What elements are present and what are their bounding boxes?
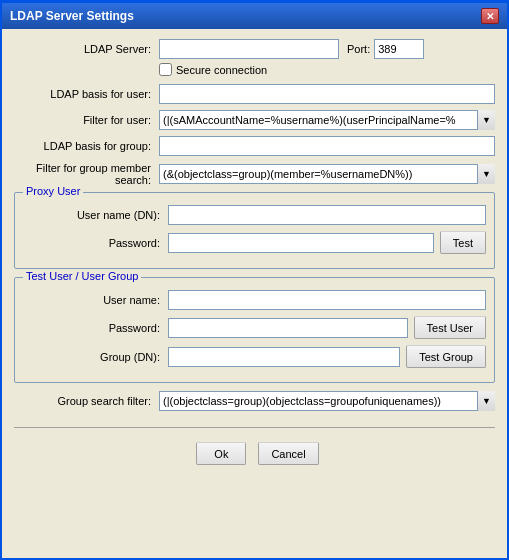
proxy-test-button[interactable]: Test [440, 231, 486, 254]
test-password-label: Password: [23, 322, 168, 334]
filter-group-select-wrapper: (&(objectclass=group)(member=%usernameDN… [159, 164, 495, 184]
close-button[interactable]: ✕ [481, 8, 499, 24]
ldap-basis-user-row: LDAP basis for user: [14, 84, 495, 104]
proxy-password-input[interactable] [168, 233, 434, 253]
test-password-row: Password: Test User [23, 316, 486, 339]
test-group-button[interactable]: Test Group [406, 345, 486, 368]
title-bar: LDAP Server Settings ✕ [2, 3, 507, 29]
group-search-row: Group search filter: (|(objectclass=grou… [14, 391, 495, 411]
filter-user-row: Filter for user: (|(sAMAccountName=%user… [14, 110, 495, 130]
filter-user-select-wrapper: (|(sAMAccountName=%username%)(userPrinci… [159, 110, 495, 130]
separator [14, 427, 495, 428]
filter-group-select[interactable]: (&(objectclass=group)(member=%usernameDN… [159, 164, 495, 184]
ldap-server-input[interactable] [159, 39, 339, 59]
filter-user-select[interactable]: (|(sAMAccountName=%username%)(userPrinci… [159, 110, 495, 130]
filter-group-label: Filter for group member search: [14, 162, 159, 186]
test-user-group-content: User name: Password: Test User Group (DN… [23, 290, 486, 368]
filter-group-row: Filter for group member search: (&(objec… [14, 162, 495, 186]
ldap-server-label: LDAP Server: [14, 43, 159, 55]
test-username-label: User name: [23, 294, 168, 306]
bottom-bar: Ok Cancel [2, 434, 507, 475]
proxy-user-section: Proxy User User name (DN): Password: Tes… [14, 192, 495, 269]
window-title: LDAP Server Settings [10, 9, 134, 23]
port-input[interactable] [374, 39, 424, 59]
ldap-basis-group-input[interactable] [159, 136, 495, 156]
ldap-basis-user-input[interactable] [159, 84, 495, 104]
test-group-label: Group (DN): [23, 351, 168, 363]
test-user-group-title: Test User / User Group [23, 270, 141, 282]
secure-label: Secure connection [176, 64, 267, 76]
ldap-basis-group-label: LDAP basis for group: [14, 140, 159, 152]
filter-user-label: Filter for user: [14, 114, 159, 126]
ldap-basis-user-label: LDAP basis for user: [14, 88, 159, 100]
test-username-row: User name: [23, 290, 486, 310]
test-group-input[interactable] [168, 347, 400, 367]
proxy-user-content: User name (DN): Password: Test [23, 205, 486, 254]
group-search-label: Group search filter: [14, 395, 159, 407]
port-label: Port: [347, 43, 370, 55]
proxy-username-input[interactable] [168, 205, 486, 225]
form-content: LDAP Server: Port: Secure connection LDA… [2, 29, 507, 421]
proxy-password-row: Password: Test [23, 231, 486, 254]
test-group-row: Group (DN): Test Group [23, 345, 486, 368]
proxy-username-label: User name (DN): [23, 209, 168, 221]
proxy-username-row: User name (DN): [23, 205, 486, 225]
test-user-group-section: Test User / User Group User name: Passwo… [14, 277, 495, 383]
group-search-select-wrapper: (|(objectclass=group)(objectclass=groupo… [159, 391, 495, 411]
proxy-user-title: Proxy User [23, 185, 83, 197]
ldap-basis-group-row: LDAP basis for group: [14, 136, 495, 156]
ldap-server-row: LDAP Server: Port: [14, 39, 495, 59]
ok-button[interactable]: Ok [196, 442, 246, 465]
proxy-password-label: Password: [23, 237, 168, 249]
cancel-button[interactable]: Cancel [258, 442, 318, 465]
test-user-button[interactable]: Test User [414, 316, 486, 339]
secure-connection-row: Secure connection [159, 63, 495, 76]
group-search-select[interactable]: (|(objectclass=group)(objectclass=groupo… [159, 391, 495, 411]
ldap-settings-window: LDAP Server Settings ✕ LDAP Server: Port… [0, 0, 509, 560]
secure-checkbox[interactable] [159, 63, 172, 76]
test-username-input[interactable] [168, 290, 486, 310]
test-password-input[interactable] [168, 318, 408, 338]
